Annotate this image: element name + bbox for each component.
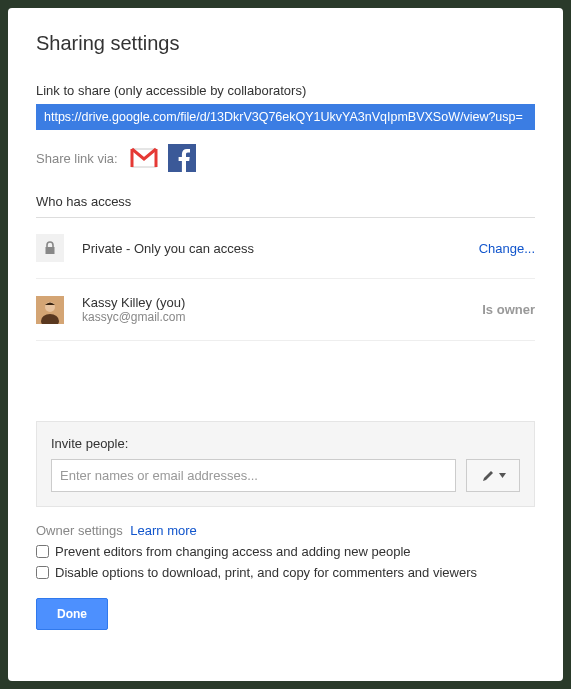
share-via-row: Share link via: [36, 144, 535, 172]
invite-panel: Invite people: [36, 421, 535, 507]
gmail-icon[interactable] [130, 144, 158, 172]
disable-download-checkbox[interactable] [36, 566, 49, 579]
dialog-title: Sharing settings [36, 32, 535, 55]
disable-download-label: Disable options to download, print, and … [55, 565, 477, 580]
avatar [36, 296, 64, 324]
pencil-icon [481, 469, 495, 483]
lock-icon [36, 234, 64, 262]
share-link-input[interactable] [36, 104, 535, 130]
sharing-dialog: Sharing settings Link to share (only acc… [8, 8, 563, 681]
owner-settings-heading: Owner settings [36, 523, 123, 538]
permission-dropdown[interactable] [466, 459, 520, 492]
privacy-text: Private - Only you can access [82, 241, 479, 256]
change-link[interactable]: Change... [479, 241, 535, 256]
invite-input[interactable] [51, 459, 456, 492]
chevron-down-icon [499, 473, 506, 478]
person-email: kassyc@gmail.com [82, 310, 482, 324]
person-name: Kassy Killey (you) [82, 295, 482, 310]
owner-settings: Owner settings Learn more Prevent editor… [36, 523, 535, 580]
who-has-access-heading: Who has access [36, 194, 535, 218]
invite-label: Invite people: [51, 436, 520, 451]
privacy-row: Private - Only you can access Change... [36, 218, 535, 279]
facebook-icon[interactable] [168, 144, 196, 172]
svg-rect-2 [46, 247, 55, 254]
owner-role: Is owner [482, 302, 535, 317]
prevent-editors-checkbox[interactable] [36, 545, 49, 558]
prevent-editors-label: Prevent editors from changing access and… [55, 544, 411, 559]
share-via-label: Share link via: [36, 151, 118, 166]
learn-more-link[interactable]: Learn more [130, 523, 196, 538]
person-info: Kassy Killey (you) kassyc@gmail.com [82, 295, 482, 324]
done-button[interactable]: Done [36, 598, 108, 630]
person-row: Kassy Killey (you) kassyc@gmail.com Is o… [36, 279, 535, 341]
link-label: Link to share (only accessible by collab… [36, 83, 535, 98]
